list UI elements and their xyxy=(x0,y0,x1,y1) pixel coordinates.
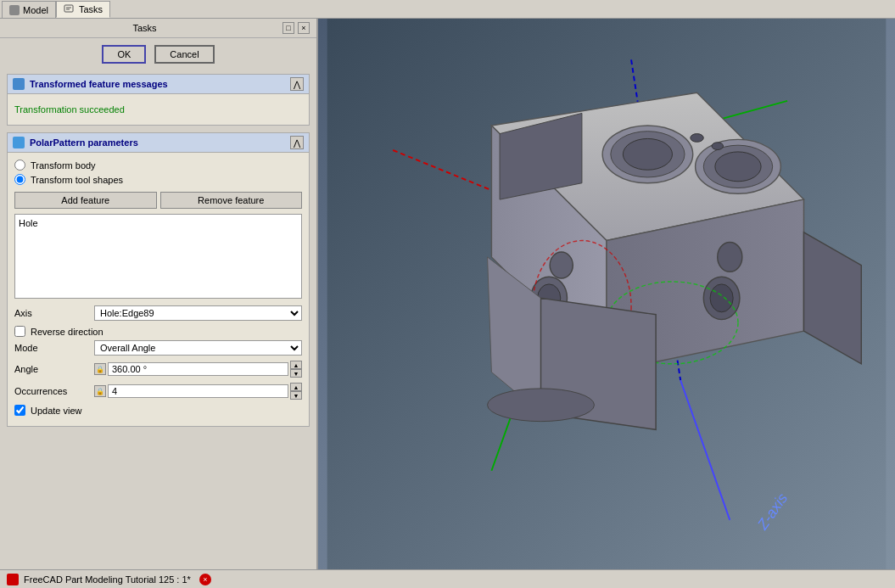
transform-body-label: Transform body xyxy=(31,160,96,171)
polar-pattern-section: PolarPattern parameters ⋀ Transform body… xyxy=(7,132,310,427)
main-content: Tasks □ × OK Cancel Transformed feature … xyxy=(0,19,895,569)
update-view-checkbox[interactable] xyxy=(14,405,25,416)
reverse-direction-checkbox[interactable] xyxy=(14,326,25,337)
transformed-messages-title: Transformed feature messages xyxy=(30,79,285,89)
status-bar: FreeCAD Part Modeling Tutorial 125 : 1* … xyxy=(0,569,895,588)
occurrences-row: Occurrences 🔒 ▲ ▼ xyxy=(14,383,302,400)
update-view-label: Update view xyxy=(31,406,82,416)
ok-button[interactable]: OK xyxy=(102,45,146,64)
mode-select[interactable]: Overall Angle Number of occurrences Offs… xyxy=(94,340,302,356)
mode-row: Mode Overall Angle Number of occurrences… xyxy=(14,340,302,356)
axis-select[interactable]: Hole:Edge89 xyxy=(94,305,302,321)
transformed-messages-collapse[interactable]: ⋀ xyxy=(290,77,304,91)
mode-label: Mode xyxy=(14,343,91,353)
tab-model-label: Model xyxy=(23,5,48,15)
tab-tasks-label: Tasks xyxy=(79,4,103,14)
status-icon xyxy=(7,574,19,585)
ok-cancel-row: OK Cancel xyxy=(0,38,316,70)
angle-spin-down[interactable]: ▼ xyxy=(290,369,302,378)
svg-point-27 xyxy=(550,252,573,278)
panel-title: Tasks xyxy=(7,23,282,33)
occurrences-lock-icon[interactable]: 🔒 xyxy=(94,385,106,397)
occurrences-input-row: 🔒 ▲ ▼ xyxy=(94,383,302,400)
angle-spin-up[interactable]: ▲ xyxy=(290,361,302,369)
panel-title-controls: □ × xyxy=(282,22,310,34)
svg-point-21 xyxy=(691,134,703,143)
3d-model-svg: Z-axis xyxy=(318,19,895,569)
transform-tool-option: Transform tool shapes xyxy=(14,174,302,185)
feature-list[interactable]: Hole xyxy=(14,214,302,299)
occurrences-spin-buttons: ▲ ▼ xyxy=(290,383,302,400)
polar-pattern-collapse[interactable]: ⋀ xyxy=(290,136,304,149)
panel-close-btn[interactable]: × xyxy=(298,22,310,34)
occurrences-spin-up[interactable]: ▲ xyxy=(290,383,302,391)
tab-tasks[interactable]: Tasks xyxy=(56,1,110,18)
left-panel: Tasks □ × OK Cancel Transformed feature … xyxy=(0,19,318,569)
angle-input[interactable] xyxy=(108,362,288,376)
svg-rect-0 xyxy=(64,5,73,12)
axis-control: Hole:Edge89 xyxy=(94,305,302,321)
panel-title-bar: Tasks □ × xyxy=(0,19,316,38)
transformed-messages-section: Transformed feature messages ⋀ Transform… xyxy=(7,74,310,126)
svg-point-17 xyxy=(623,138,672,170)
panel-restore-btn[interactable]: □ xyxy=(282,22,294,34)
transform-body-radio[interactable] xyxy=(14,160,25,171)
transform-tool-radio[interactable] xyxy=(14,174,25,185)
feature-list-item: Hole xyxy=(19,218,298,228)
angle-input-row: 🔒 ▲ ▼ xyxy=(94,361,302,378)
tab-bar: Model Tasks xyxy=(0,0,895,19)
occurrences-spin-down[interactable]: ▼ xyxy=(290,391,302,400)
tasks-tab-icon xyxy=(64,3,76,15)
angle-row: Angle 🔒 ▲ ▼ xyxy=(14,361,302,378)
transform-tool-label: Transform tool shapes xyxy=(31,175,123,185)
angle-lock-icon[interactable]: 🔒 xyxy=(94,363,106,375)
occurrences-label: Occurrences xyxy=(14,386,91,396)
add-feature-button[interactable]: Add feature xyxy=(14,192,157,209)
axis-row: Axis Hole:Edge89 xyxy=(14,305,302,321)
svg-point-22 xyxy=(712,143,724,150)
transformed-messages-header: Transformed feature messages ⋀ xyxy=(8,75,309,94)
viewport[interactable]: Z-axis xyxy=(318,19,895,569)
cancel-button[interactable]: Cancel xyxy=(154,45,214,64)
transform-success-message: Transformation succeeded xyxy=(14,101,302,118)
polar-pattern-title: PolarPattern parameters xyxy=(30,137,285,148)
svg-point-35 xyxy=(488,389,595,422)
polar-pattern-header: PolarPattern parameters ⋀ xyxy=(8,133,309,153)
update-view-row: Update view xyxy=(14,405,302,416)
mode-control: Overall Angle Number of occurrences Offs… xyxy=(94,340,302,356)
feature-buttons: Add feature Remove feature xyxy=(14,192,302,209)
status-close-button[interactable]: × xyxy=(199,574,211,585)
reverse-direction-row: Reverse direction xyxy=(14,326,302,337)
transform-radio-group: Transform body Transform tool shapes xyxy=(14,160,302,185)
remove-feature-button[interactable]: Remove feature xyxy=(160,192,303,209)
status-text: FreeCAD Part Modeling Tutorial 125 : 1* xyxy=(24,574,191,585)
transformed-messages-icon xyxy=(13,78,25,90)
svg-point-30 xyxy=(718,242,742,272)
transformed-messages-content: Transformation succeeded xyxy=(8,94,309,125)
svg-point-29 xyxy=(710,284,733,312)
occurrences-input[interactable] xyxy=(108,384,288,398)
polar-pattern-content: Transform body Transform tool shapes Add… xyxy=(8,153,309,426)
angle-spin-buttons: ▲ ▼ xyxy=(290,361,302,378)
transform-body-option: Transform body xyxy=(14,160,302,171)
axis-label: Axis xyxy=(14,308,91,318)
model-tab-icon xyxy=(9,5,20,15)
polar-pattern-icon xyxy=(13,137,25,148)
tab-model[interactable]: Model xyxy=(2,1,56,18)
svg-point-20 xyxy=(715,152,761,182)
reverse-direction-label: Reverse direction xyxy=(31,327,103,337)
angle-label: Angle xyxy=(14,364,91,374)
